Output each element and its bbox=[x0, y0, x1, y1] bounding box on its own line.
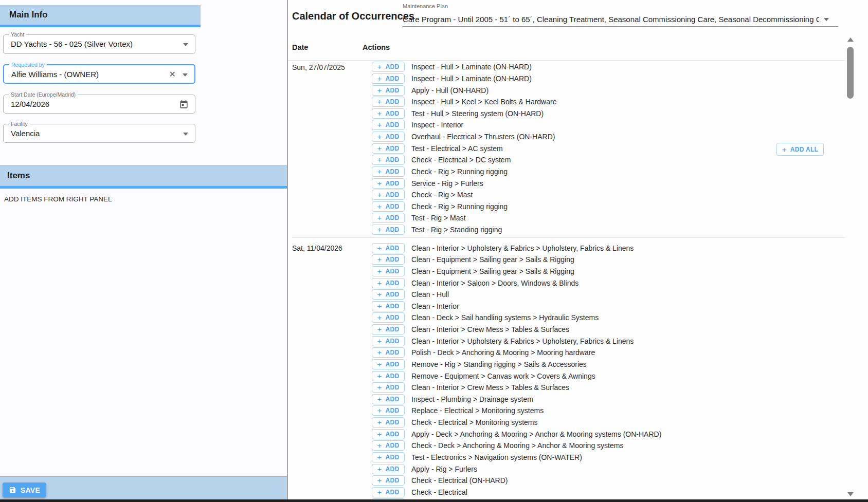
maintenance-plan-select[interactable]: Maintenance Plan Care Program - Until 20… bbox=[403, 2, 838, 27]
scrollbar-up-arrow-icon[interactable] bbox=[847, 38, 854, 42]
add-button[interactable]: +ADD bbox=[372, 108, 405, 119]
add-button-label: ADD bbox=[386, 291, 400, 298]
occurrence-description: Apply - Rig > Furlers bbox=[411, 465, 477, 473]
plus-icon: + bbox=[377, 488, 382, 496]
add-button-label: ADD bbox=[386, 489, 400, 496]
plus-icon: + bbox=[377, 74, 382, 83]
occurrence-row: +ADDApply - Hull (ON-HARD) bbox=[372, 84, 845, 96]
add-button[interactable]: +ADD bbox=[372, 382, 405, 393]
add-button[interactable]: +ADD bbox=[372, 359, 405, 369]
plus-icon: + bbox=[377, 453, 382, 461]
occurrence-row: +ADDInspect - Hull > Laminate (ON-HARD) bbox=[372, 61, 845, 73]
start-date-field[interactable]: Start Date (Europe/Madrid) 12/04/2026 bbox=[3, 95, 195, 114]
save-footer: SAVE bbox=[0, 476, 287, 499]
add-all-button[interactable]: + ADD ALL bbox=[776, 143, 824, 156]
items-header-underline bbox=[0, 186, 287, 189]
plus-icon: + bbox=[377, 62, 382, 71]
add-button[interactable]: +ADD bbox=[372, 336, 405, 346]
add-button[interactable]: +ADD bbox=[372, 452, 405, 462]
add-button[interactable]: +ADD bbox=[372, 417, 405, 427]
plus-icon: + bbox=[377, 464, 382, 473]
plus-icon: + bbox=[377, 371, 382, 380]
add-button[interactable]: +ADD bbox=[372, 143, 405, 154]
chevron-down-icon[interactable] bbox=[824, 18, 829, 21]
add-button-label: ADD bbox=[386, 75, 400, 82]
add-button[interactable]: +ADD bbox=[372, 278, 405, 288]
yacht-select[interactable]: Yacht DD Yachts - 56 - 025 (Silver Vorte… bbox=[3, 34, 195, 54]
date-group: Sat, 11/04/2026+ADDClean - Interior > Up… bbox=[292, 237, 845, 499]
add-button[interactable]: +ADD bbox=[372, 225, 405, 235]
add-button-label: ADD bbox=[386, 373, 400, 380]
add-button[interactable]: +ADD bbox=[372, 213, 405, 223]
add-button[interactable]: +ADD bbox=[372, 178, 405, 189]
chevron-down-icon[interactable] bbox=[183, 43, 188, 46]
scrollbar-thumb[interactable] bbox=[847, 47, 854, 99]
add-button[interactable]: +ADD bbox=[372, 394, 405, 404]
occurrence-description: Apply - Deck > Anchoring & Mooring > Anc… bbox=[411, 430, 661, 438]
scrollbar-down-arrow-icon[interactable] bbox=[847, 492, 854, 496]
add-button[interactable]: +ADD bbox=[372, 254, 405, 265]
add-button[interactable]: +ADD bbox=[372, 440, 405, 451]
add-button[interactable]: +ADD bbox=[372, 301, 405, 311]
plus-icon: + bbox=[377, 155, 382, 164]
facility-select[interactable]: Facility Valencia bbox=[3, 124, 195, 143]
occurrence-description: Inspect - Interior bbox=[411, 121, 463, 129]
add-button[interactable]: +ADD bbox=[372, 464, 405, 474]
add-button[interactable]: +ADD bbox=[372, 266, 405, 276]
add-button[interactable]: +ADD bbox=[372, 166, 405, 177]
occurrence-description: Clean - Interior > Upholstery & Fabrics … bbox=[411, 337, 634, 345]
add-button[interactable]: +ADD bbox=[372, 429, 405, 439]
add-button-label: ADD bbox=[386, 121, 400, 128]
add-button[interactable]: +ADD bbox=[372, 97, 405, 107]
occurrence-row: +ADDClean - Hull bbox=[372, 289, 845, 301]
add-button[interactable]: +ADD bbox=[372, 312, 405, 323]
add-button-label: ADD bbox=[386, 168, 400, 175]
add-button[interactable]: +ADD bbox=[372, 405, 405, 416]
add-button[interactable]: +ADD bbox=[372, 85, 405, 96]
add-button[interactable]: +ADD bbox=[372, 475, 405, 486]
occurrence-row: +ADDClean - Deck > Sail handling systems… bbox=[372, 312, 845, 324]
occurrence-groups: Sun, 27/07/2025+ADDInspect - Hull > Lami… bbox=[292, 61, 845, 499]
add-button[interactable]: +ADD bbox=[372, 73, 405, 84]
add-button[interactable]: +ADD bbox=[372, 201, 405, 212]
maintenance-plan-value: Care Program - Until 2005 - 51´ to 65´, … bbox=[403, 15, 819, 24]
save-button[interactable]: SAVE bbox=[3, 482, 46, 497]
add-button[interactable]: +ADD bbox=[372, 243, 405, 253]
occurrence-row: +ADDReplace - Electrical > Monitoring sy… bbox=[372, 405, 845, 417]
add-button-label: ADD bbox=[386, 203, 400, 210]
add-button[interactable]: +ADD bbox=[372, 190, 405, 200]
plus-icon: + bbox=[377, 395, 382, 403]
add-button[interactable]: +ADD bbox=[372, 324, 405, 334]
add-button[interactable]: +ADD bbox=[372, 371, 405, 381]
occurrence-row: +ADDTest - Rig > Mast bbox=[372, 212, 845, 224]
occurrence-row: +ADDClean - Equipment > Sailing gear > S… bbox=[372, 266, 845, 277]
occurrence-description: Polish - Deck > Anchoring & Mooring > Mo… bbox=[411, 348, 595, 357]
plus-icon: + bbox=[377, 202, 382, 211]
clear-icon[interactable]: ✕ bbox=[169, 69, 176, 79]
occurrence-description: Test - Electrical > AC system bbox=[411, 144, 503, 153]
add-button[interactable]: +ADD bbox=[372, 289, 405, 300]
chevron-down-icon[interactable] bbox=[183, 133, 188, 136]
add-button[interactable]: +ADD bbox=[372, 347, 405, 358]
calendar-icon[interactable] bbox=[179, 100, 189, 109]
add-button[interactable]: +ADD bbox=[372, 155, 405, 165]
add-button-label: ADD bbox=[386, 407, 400, 414]
add-button[interactable]: +ADD bbox=[372, 132, 405, 142]
occurrence-description: Clean - Interior > Upholstery & Fabrics … bbox=[411, 244, 634, 252]
add-button[interactable]: +ADD bbox=[372, 62, 405, 72]
occurrence-row: +ADDClean - Interior > Upholstery & Fabr… bbox=[372, 242, 845, 254]
requested-by-select[interactable]: Requested by Alfie Williams - (OWNER) ✕ bbox=[3, 64, 195, 84]
add-button[interactable]: +ADD bbox=[372, 120, 405, 130]
plus-icon: + bbox=[377, 302, 382, 310]
column-header-date: Date bbox=[292, 43, 308, 51]
plus-icon: + bbox=[377, 225, 382, 234]
plus-icon: + bbox=[377, 476, 382, 485]
maintenance-plan-label: Maintenance Plan bbox=[403, 3, 448, 9]
save-icon bbox=[9, 486, 16, 494]
add-button[interactable]: +ADD bbox=[372, 487, 405, 497]
occurrence-row: +ADDClean - Interior > Upholstery & Fabr… bbox=[372, 335, 845, 347]
main-info-panel: Main Info Yacht DD Yachts - 56 - 025 (Si… bbox=[0, 0, 287, 499]
add-button-label: ADD bbox=[386, 303, 400, 310]
chevron-down-icon[interactable] bbox=[183, 73, 188, 77]
occurrence-row: +ADDTest - Electronics > Navigation syst… bbox=[372, 452, 845, 463]
